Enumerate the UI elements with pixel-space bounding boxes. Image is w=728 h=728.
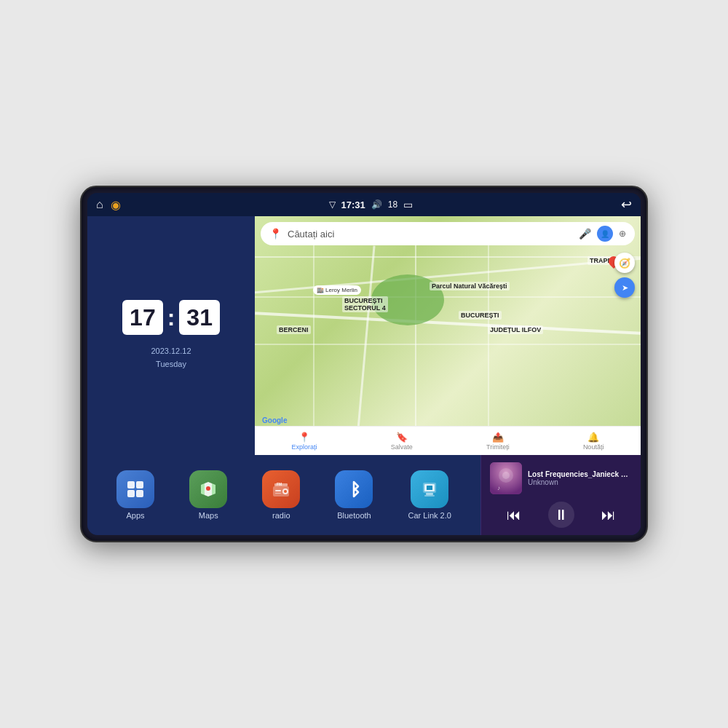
clock-colon: : [167, 306, 175, 329]
map-nav-news[interactable]: 🔔 Noutăți [583, 432, 604, 451]
svg-rect-14 [426, 493, 433, 495]
music-artist: Unknown [528, 478, 632, 486]
apps-bubble [116, 470, 154, 508]
main-content: 17 : 31 2023.12.12 Tuesday [87, 216, 641, 535]
bluetooth-bubble [335, 470, 373, 508]
map-nav-explore[interactable]: 📍 Explorați [292, 432, 317, 451]
user-avatar[interactable]: 👤 [597, 226, 613, 242]
music-controls: ⏮ ⏸ ⏭ [490, 502, 632, 528]
svg-point-4 [206, 486, 210, 491]
prev-track-button[interactable]: ⏮ [501, 502, 527, 528]
maps-nav-icon[interactable]: ◉ [111, 198, 121, 212]
bluetooth-label: Bluetooth [337, 511, 371, 520]
car-head-unit: ⌂ ◉ ▽ 17:31 🔊 18 ▭ ↩ [80, 186, 648, 542]
back-icon[interactable]: ↩ [621, 197, 632, 213]
map-nav-send[interactable]: 📤 Trimiteți [486, 432, 510, 451]
music-player: ♪ Lost Frequencies_Janieck Devy-... Unkn… [480, 455, 641, 535]
clock-widget: 17 : 31 2023.12.12 Tuesday [87, 216, 255, 455]
leroy-merlin-badge: 🏬 Leroy Merlin [313, 285, 361, 295]
status-bar: ⌂ ◉ ▽ 17:31 🔊 18 ▭ ↩ [87, 193, 641, 216]
svg-point-8 [284, 490, 287, 493]
clock-date: 2023.12.12 Tuesday [151, 345, 191, 371]
map-label-parcul: Parcul Natural Văcărești [430, 282, 510, 290]
app-icon-carlink[interactable]: Car Link 2.0 [408, 470, 451, 520]
music-title: Lost Frequencies_Janieck Devy-... [528, 470, 632, 478]
carlink-label: Car Link 2.0 [408, 511, 451, 520]
clock-hours: 17 [130, 306, 156, 329]
radio-label: radio [272, 511, 290, 520]
map-layers-icon[interactable]: ⊕ [619, 229, 626, 239]
svg-text:FM: FM [277, 482, 282, 486]
app-icons-row: Apps Maps [87, 455, 480, 535]
svg-text:♪: ♪ [497, 485, 500, 491]
battery-level: 18 [388, 199, 397, 210]
next-track-button[interactable]: ⏭ [596, 502, 622, 528]
map-bottom-nav: 📍 Explorați 🔖 Salvate 📤 Trimiteți � [255, 426, 641, 455]
status-right: ↩ [621, 197, 632, 213]
maps-label: Maps [199, 511, 218, 520]
play-pause-button[interactable]: ⏸ [548, 502, 574, 528]
clock-minutes-card: 31 [179, 300, 220, 335]
battery-icon: ▭ [403, 199, 413, 210]
map-background: Parcul Natural Văcărești BUCUREȘTI JUDEȚ… [255, 216, 641, 455]
signal-icon: ▽ [329, 199, 336, 210]
svg-rect-9 [275, 490, 281, 491]
app-icon-apps[interactable]: Apps [116, 470, 154, 520]
status-center: ▽ 17:31 🔊 18 ▭ [329, 199, 414, 210]
clock-hours-card: 17 [122, 300, 163, 335]
svg-rect-16 [427, 486, 432, 490]
svg-rect-3 [136, 490, 143, 497]
map-nav-saved[interactable]: 🔖 Salvate [391, 432, 413, 451]
app-icon-maps[interactable]: Maps [189, 470, 227, 520]
clock-display: 17 : 31 [122, 300, 220, 335]
google-logo: Google [262, 416, 287, 424]
top-section: 17 : 31 2023.12.12 Tuesday [87, 216, 641, 455]
screen: ⌂ ◉ ▽ 17:31 🔊 18 ▭ ↩ [87, 193, 641, 535]
map-label-sector4: BUCUREȘTISECTORUL 4 [342, 296, 388, 312]
map-navigate-btn[interactable]: ➤ [614, 277, 635, 298]
svg-rect-10 [275, 493, 281, 494]
bottom-section: Apps Maps [87, 455, 641, 535]
svg-rect-15 [424, 495, 435, 496]
home-icon[interactable]: ⌂ [96, 198, 103, 211]
map-label-berceni: BERCENI [277, 325, 311, 334]
map-search-bar[interactable]: 📍 Căutați aici 🎤 👤 ⊕ [261, 222, 635, 245]
map-pin-icon: 📍 [269, 228, 282, 240]
svg-rect-1 [136, 481, 143, 488]
status-left-icons: ⌂ ◉ [96, 198, 121, 212]
apps-label: Apps [127, 511, 145, 520]
map-controls: 🧭 ➤ [614, 253, 635, 298]
clock-minutes: 31 [186, 306, 213, 329]
radio-bubble: FM [262, 470, 300, 508]
map-voice-icon[interactable]: 🎤 [579, 228, 591, 240]
svg-rect-0 [127, 481, 135, 488]
app-icon-bluetooth[interactable]: Bluetooth [335, 470, 373, 520]
svg-rect-2 [127, 490, 135, 497]
music-info: ♪ Lost Frequencies_Janieck Devy-... Unkn… [490, 462, 632, 494]
maps-bubble [189, 470, 227, 508]
map-compass-btn[interactable]: 🧭 [614, 253, 635, 273]
map-search-text[interactable]: Căutați aici [288, 229, 573, 240]
app-icon-radio[interactable]: FM radio [262, 470, 300, 520]
map-widget[interactable]: Parcul Natural Văcărești BUCUREȘTI JUDEȚ… [255, 216, 641, 455]
svg-point-19 [502, 472, 510, 479]
volume-icon: 🔊 [371, 199, 382, 210]
map-label-ilfov: JUDEȚUL ILFOV [488, 325, 543, 334]
carlink-bubble [411, 470, 448, 508]
music-album-art: ♪ [490, 462, 522, 494]
time-display: 17:31 [341, 199, 365, 210]
map-label-bucuresti: BUCUREȘTI [459, 311, 502, 320]
music-details: Lost Frequencies_Janieck Devy-... Unknow… [528, 470, 632, 486]
